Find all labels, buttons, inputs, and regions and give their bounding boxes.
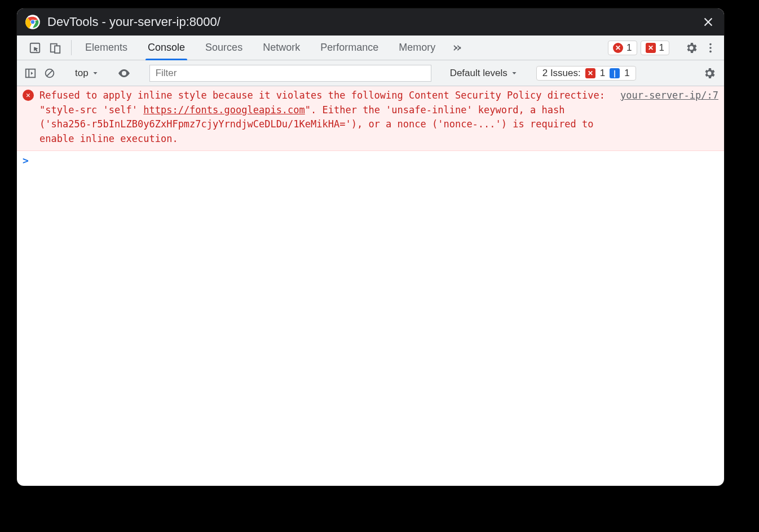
svg-point-8	[709, 50, 712, 52]
svg-point-6	[709, 43, 712, 45]
clear-console-icon[interactable]	[43, 66, 56, 80]
prompt-caret-icon: >	[23, 154, 34, 166]
issues-blue-count: 1	[624, 68, 629, 79]
kebab-menu-icon[interactable]	[703, 40, 718, 56]
tab-elements[interactable]: Elements	[75, 36, 138, 60]
error-link[interactable]: https://fonts.googleapis.com	[143, 104, 305, 116]
issue-badge-icon: ✕	[646, 43, 656, 53]
device-toolbar-icon[interactable]	[48, 41, 62, 55]
issues-summary[interactable]: 2 Issues: ✕ 1 ❘ 1	[536, 66, 636, 81]
window-title: DevTools - your-server-ip:8000/	[47, 15, 220, 29]
svg-rect-5	[55, 46, 60, 53]
titlebar: DevTools - your-server-ip:8000/	[17, 8, 724, 36]
tab-sources-label: Sources	[205, 42, 242, 54]
error-source-link[interactable]: your-server-ip/:7	[620, 88, 718, 146]
console-settings-gear-icon[interactable]	[701, 65, 717, 81]
svg-rect-9	[26, 69, 36, 77]
tab-performance-label: Performance	[320, 42, 378, 54]
error-icon: ✕	[23, 90, 34, 101]
context-label: top	[75, 68, 89, 79]
context-selector[interactable]: top	[75, 68, 99, 79]
tab-memory[interactable]: Memory	[389, 36, 445, 60]
issue-blue-icon: ❘	[610, 68, 620, 78]
error-count-pill[interactable]: ✕ 1	[608, 41, 637, 55]
tab-elements-label: Elements	[85, 42, 127, 54]
settings-gear-icon[interactable]	[683, 40, 699, 56]
svg-point-7	[709, 47, 712, 49]
console-prompt[interactable]: >	[17, 151, 724, 170]
inspect-element-icon[interactable]	[28, 41, 42, 55]
error-message: Refused to apply inline style because it…	[39, 88, 611, 146]
dropdown-caret-icon	[511, 70, 518, 77]
svg-point-2	[31, 20, 34, 24]
tab-memory-label: Memory	[399, 42, 435, 54]
levels-label: Default levels	[450, 68, 508, 79]
console-error-row: ✕ Refused to apply inline style because …	[17, 86, 724, 151]
tabstrip: Elements Console Sources Network Perform…	[17, 36, 724, 60]
error-count: 1	[626, 42, 632, 54]
issues-red-count: 1	[600, 68, 605, 79]
dropdown-caret-icon	[92, 70, 99, 77]
devtools-window: DevTools - your-server-ip:8000/ Elements…	[17, 8, 724, 486]
issues-label: 2 Issues:	[542, 68, 581, 79]
tab-network-label: Network	[263, 42, 300, 54]
log-levels-selector[interactable]: Default levels	[450, 68, 518, 79]
tab-console-label: Console	[148, 42, 185, 54]
filter-input[interactable]	[149, 65, 431, 82]
tab-console[interactable]: Console	[138, 36, 195, 60]
issue-red-icon: ✕	[585, 68, 595, 78]
tab-sources[interactable]: Sources	[195, 36, 253, 60]
tab-performance[interactable]: Performance	[310, 36, 389, 60]
toggle-sidebar-icon[interactable]	[24, 66, 37, 80]
tab-network[interactable]: Network	[253, 36, 310, 60]
chrome-logo-icon	[25, 14, 41, 30]
close-icon[interactable]	[700, 14, 716, 30]
issue-count: 1	[659, 42, 664, 54]
error-badge-icon: ✕	[613, 43, 623, 53]
console-output: ✕ Refused to apply inline style because …	[17, 86, 724, 170]
console-toolbar: top Default levels 2 Issues: ✕ 1 ❘ 1	[17, 60, 724, 86]
more-tabs-icon[interactable]	[445, 36, 469, 60]
issue-count-pill[interactable]: ✕ 1	[641, 41, 669, 55]
live-expression-eye-icon[interactable]	[117, 66, 131, 80]
